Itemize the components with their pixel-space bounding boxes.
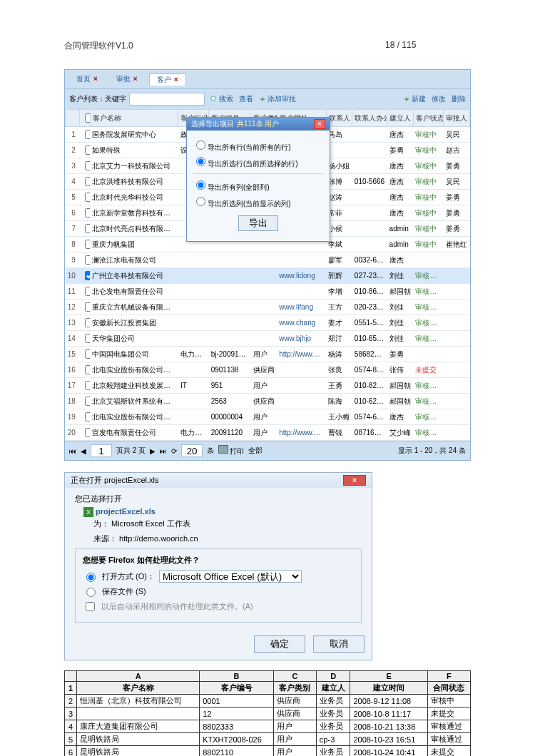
- row-checkbox[interactable]: [85, 381, 90, 390]
- pager-summary: 显示 1 - 20，共 24 条: [398, 446, 466, 456]
- export-all-rows[interactable]: 导出所有行(当前所有的行): [193, 138, 324, 153]
- table-row[interactable]: 16北电实业股份有限公司远东贸易分公0901138供应商张良0574-8888张…: [66, 362, 470, 378]
- file-source: 来源： http://demo.woorich.cn: [93, 533, 362, 544]
- export-dialog: 选择导出项目共111条 用户× 导出所有行(当前所有的行) 导出所选行(当前所选…: [186, 117, 330, 242]
- row-checkbox[interactable]: [85, 177, 90, 186]
- row-checkbox[interactable]: [85, 271, 90, 280]
- close-icon[interactable]: ×: [343, 475, 366, 486]
- table-row[interactable]: 12重庆立方机械设备有限公司www.lifang王方020-23245刘佳审核通…: [66, 300, 470, 315]
- row-checkbox[interactable]: [85, 224, 90, 233]
- file-type: 为： Microsoft Excel 工作表: [93, 519, 362, 529]
- row-checkbox[interactable]: [85, 334, 90, 343]
- app-window: 首页× 审批× 客户× 客户列表：关键字 搜索 查看 ＋添加审批 ＋新建 修改 …: [64, 69, 471, 461]
- table-row[interactable]: 14天华集团公司www.bjhjo郑汀010-65960刘佳审核通过: [66, 331, 470, 347]
- table-row[interactable]: 9澜沧江水电有限公司廖军0032-6088唐杰: [66, 252, 470, 268]
- row-checkbox[interactable]: [85, 240, 90, 249]
- table-row[interactable]: 10广州立冬科技有限公司www.lidong郭辉027-23245刘佳审核通过: [66, 268, 470, 284]
- export-selected-rows[interactable]: 导出所选行(当前所选择的行): [193, 155, 324, 169]
- edit-button[interactable]: 修改: [432, 94, 446, 104]
- row-checkbox[interactable]: [85, 302, 90, 312]
- excel-icon: X: [83, 507, 93, 517]
- export-dialog-title: 选择导出项目: [191, 119, 234, 129]
- save-file-radio[interactable]: [86, 588, 96, 597]
- print-button[interactable]: 打印: [218, 445, 244, 456]
- row-checkbox[interactable]: [85, 365, 90, 374]
- page-size-input[interactable]: [181, 444, 203, 457]
- table-row[interactable]: 19北电实业股份有限公司远东贸易分公00000004用户王小梅0574-6880…: [66, 409, 470, 425]
- search-icon: [210, 96, 218, 103]
- export-count: 共111条 用户: [237, 119, 279, 129]
- doc-title: 合同管理软件V1.0: [64, 40, 385, 52]
- search-button[interactable]: 搜索: [210, 94, 233, 104]
- column-header[interactable]: 审批人: [444, 110, 470, 127]
- row-checkbox[interactable]: [85, 145, 90, 155]
- table-row[interactable]: 13安徽新长江投资集团www.chang姜才0551-5672刘佳审核通过: [66, 315, 470, 331]
- open-with-radio[interactable]: [86, 573, 96, 582]
- tab-home[interactable]: 首页×: [69, 73, 105, 85]
- close-icon[interactable]: ×: [174, 76, 178, 83]
- tab-customer[interactable]: 客户×: [149, 73, 186, 86]
- row-checkbox[interactable]: [85, 349, 90, 359]
- plus-icon: ＋: [259, 94, 266, 104]
- tab-approval[interactable]: 审批×: [109, 73, 145, 85]
- export-selected-cols[interactable]: 导出所选列(当前显示的列): [193, 195, 324, 209]
- table-row[interactable]: 20宣发电有限责任公司电力行业20091120用户http://www.xfd.…: [66, 425, 470, 441]
- file-dialog-title: 正在打开 projectExcel.xls: [71, 475, 158, 486]
- close-icon[interactable]: ×: [133, 75, 138, 83]
- export-button[interactable]: 导出: [238, 215, 278, 231]
- row-checkbox[interactable]: [85, 397, 90, 406]
- last-page-icon[interactable]: ⏭: [160, 447, 167, 455]
- next-page-icon[interactable]: ▶: [150, 447, 156, 455]
- prev-page-icon[interactable]: ◀: [81, 447, 86, 455]
- first-page-icon[interactable]: ⏮: [69, 447, 76, 455]
- remember-checkbox[interactable]: [86, 602, 95, 611]
- row-checkbox[interactable]: [85, 161, 90, 170]
- table-row[interactable]: 11北仑发电有限责任公司李增010-86450郝国朝审核通过: [66, 284, 470, 300]
- chosen-label: 您已选择打开: [75, 494, 362, 504]
- column-header[interactable]: 联系人办公: [352, 110, 387, 127]
- file-question: 您想要 Firefox 如何处理此文件？: [83, 555, 354, 566]
- close-icon[interactable]: ×: [314, 119, 325, 129]
- toolbar: 客户列表：关键字 搜索 查看 ＋添加审批 ＋新建 修改 删除: [65, 88, 470, 109]
- refresh-icon[interactable]: ⟳: [171, 447, 177, 455]
- export-all-cols[interactable]: 导出所有列(全部列): [193, 178, 324, 193]
- tab-bar: 首页× 审批× 客户×: [65, 70, 470, 88]
- column-header[interactable]: 客户名称: [90, 110, 178, 127]
- ok-button[interactable]: 确定: [254, 635, 305, 653]
- list-label: 客户列表：关键字: [69, 94, 126, 104]
- row-checkbox[interactable]: [85, 412, 90, 422]
- pager: ⏮ ◀ 页共 2 页 ▶ ⏭ ⟳ 条 打印 全部 显示 1 - 20，共 24 …: [65, 441, 470, 460]
- table-row[interactable]: 17北京毅翔建业科技发展有限公司IT951用户王勇010-82970郝国朝审核通…: [66, 378, 470, 394]
- row-checkbox[interactable]: [85, 255, 90, 265]
- table-row[interactable]: 15中国国电集团公司电力行业bj-200911-20用户http://www.c…: [66, 347, 470, 362]
- row-checkbox[interactable]: [85, 287, 90, 296]
- keyword-input[interactable]: [129, 93, 205, 106]
- row-checkbox[interactable]: [85, 130, 90, 139]
- row-checkbox[interactable]: [85, 193, 90, 202]
- plus-icon: ＋: [403, 94, 410, 104]
- printer-icon: [218, 445, 228, 454]
- close-icon[interactable]: ×: [93, 75, 98, 83]
- cancel-button[interactable]: 取消: [313, 635, 365, 653]
- page-number: 18 / 115: [385, 40, 471, 52]
- page-input[interactable]: [91, 444, 112, 457]
- excel-preview: ABCDEF 1客户名称客户编号客户类别建立人建立时间合同状态 2恒润基（北京）…: [64, 670, 471, 756]
- new-button[interactable]: ＋新建: [403, 94, 426, 104]
- row-checkbox[interactable]: [85, 428, 90, 437]
- file-name: projectExcel.xls: [96, 507, 156, 516]
- page-size-unit: 条: [207, 446, 214, 456]
- all-button[interactable]: 全部: [248, 446, 263, 456]
- view-button[interactable]: 查看: [239, 94, 253, 104]
- delete-button[interactable]: 删除: [452, 94, 466, 104]
- column-header[interactable]: 建立人: [387, 110, 414, 127]
- select-all-checkbox[interactable]: [85, 113, 90, 123]
- open-with-select[interactable]: Microsoft Office Excel (默认): [159, 570, 302, 583]
- table-row[interactable]: 18北京艾福斯软件系统有限公司2563供应商陈海010-62105郝国朝审核通过: [66, 394, 470, 409]
- row-checkbox[interactable]: [85, 318, 90, 327]
- file-open-dialog: 正在打开 projectExcel.xls× 您已选择打开 X projectE…: [64, 472, 372, 660]
- add-approval-button[interactable]: ＋添加审批: [259, 94, 296, 104]
- page-total: 页共 2 页: [116, 446, 146, 456]
- row-checkbox[interactable]: [85, 208, 90, 218]
- column-header[interactable]: 客户状态: [413, 110, 444, 127]
